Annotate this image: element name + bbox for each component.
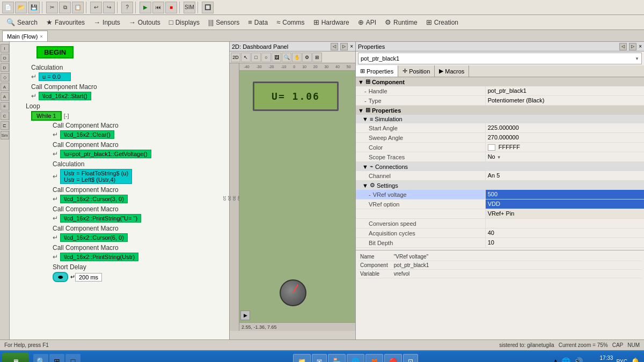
menu-api[interactable]: ⊕ API <box>354 17 380 27</box>
tool-zoom-btn[interactable]: 🔍 <box>282 53 291 62</box>
menu-displays[interactable]: □ Displays <box>165 17 204 27</box>
menu-comms[interactable]: ≈ Comms <box>272 17 309 27</box>
panel-2d-canvas[interactable]: U= 1.06 ▶ <box>239 71 355 322</box>
macro7-block[interactable]: ↵ \lcd_16x2::PrintString(Ustr) <box>53 253 225 261</box>
panel-nav-left[interactable]: ◁ <box>331 43 338 50</box>
macro5-block[interactable]: ↵ \lcd_16x2::PrintString("U= ") <box>53 214 225 223</box>
props-row-vref-pin[interactable]: VRef+ Pin <box>356 209 644 219</box>
new-button[interactable]: 📄 <box>2 2 14 13</box>
run-back-button[interactable]: ⏮ <box>152 2 164 13</box>
sidebar-btn-a[interactable]: A <box>1 83 9 91</box>
menu-search[interactable]: 🔍 Search <box>2 17 42 27</box>
menu-creation-label: Creation <box>434 19 458 26</box>
stop-button[interactable]: ■ <box>165 2 177 13</box>
sim-panel-btn[interactable]: ▶ <box>240 311 250 320</box>
taskbar-app-edge[interactable]: 🌐 <box>347 354 364 362</box>
undo-button[interactable]: ↩ <box>90 2 102 13</box>
run-button[interactable]: ▶ <box>140 2 151 13</box>
menu-hardware[interactable]: ⊞ Hardware <box>309 17 354 27</box>
vref-option-value[interactable]: VDD <box>486 200 644 209</box>
calc2-block[interactable]: ↵ Ustr = FloatToString$ (u) Ustr = Left$… <box>53 169 225 184</box>
props-component-selector[interactable]: pot_ptr_black1 ▼ <box>358 53 642 64</box>
start-button[interactable]: ⊞ <box>2 353 29 362</box>
sidebar-btn-3[interactable]: ≡ <box>1 102 9 110</box>
props-close[interactable]: × <box>639 43 642 49</box>
macro2-block[interactable]: ↵ \lcd_16x2::Clear() <box>53 130 225 139</box>
tool-hand-btn[interactable]: ✋ <box>292 53 302 62</box>
macro6-block[interactable]: ↵ \lcd_16x2::Cursor(6, 0) <box>53 233 225 242</box>
panel-nav-right[interactable]: ▷ <box>340 43 348 50</box>
taskbar-app-mail[interactable]: ✉ <box>312 354 327 362</box>
tray-volume-icon[interactable]: 🔊 <box>574 357 583 362</box>
menu-outouts[interactable]: → Outouts <box>125 17 165 27</box>
props-nav-left[interactable]: ◁ <box>619 43 627 50</box>
save-button[interactable]: 💾 <box>28 2 40 13</box>
sidebar-btn-diamond[interactable]: ◇ <box>1 73 9 82</box>
props-settings-header[interactable]: ▼ ⚙ Settings <box>356 181 644 190</box>
open-button[interactable]: 📂 <box>15 2 27 13</box>
tool-extra-btn[interactable]: ⊞ <box>312 53 322 62</box>
copy-button[interactable]: ⧉ <box>59 2 71 13</box>
menu-favourites[interactable]: ★ Favourites <box>42 17 89 27</box>
taskbar-app-extra[interactable]: ⊡ <box>403 354 418 362</box>
vref-pin-value[interactable]: VRef+ Pin <box>486 209 644 218</box>
info-row-name: Name "VRef voltage" <box>358 253 642 261</box>
tab-macros[interactable]: ▶ Macros <box>435 65 469 77</box>
tray-chevron-icon[interactable]: ∧ <box>553 357 558 362</box>
props-section-properties-header[interactable]: ▼ ⊞ Properties <box>356 106 644 115</box>
macro3-block[interactable]: ↵ \u=pot_ptr_black1::GetVoltage() <box>53 150 225 158</box>
sidebar-btn-d[interactable]: D <box>1 63 9 72</box>
tool-img-btn[interactable]: 🖼 <box>272 53 281 62</box>
tab-properties[interactable]: ⊞ Properties <box>356 65 398 77</box>
menu-creation[interactable]: ⊞ Creation <box>422 17 463 27</box>
taskbar-app-opera[interactable]: 🔴 <box>384 354 402 362</box>
props-simulation-header[interactable]: ▼ ≡ Simulation <box>356 115 644 123</box>
help-button[interactable]: ? <box>121 2 133 13</box>
macro4-block[interactable]: ↵ \lcd_16x2::Cursor(3, 0) <box>53 195 225 203</box>
type-value: Potentiometer (Black) <box>486 96 644 105</box>
menu-runtime[interactable]: ⚙ Runtime <box>380 17 422 27</box>
taskbar-search-icon[interactable]: 🔍 <box>33 354 48 362</box>
cut-button[interactable]: ✂ <box>46 2 58 13</box>
tool-arrow-btn[interactable]: ↖ <box>241 53 251 62</box>
props-row-vref-option[interactable]: VRef option VDD <box>356 200 644 209</box>
tray-network-icon[interactable]: 🌐 <box>561 357 570 362</box>
tab-close-button[interactable]: × <box>40 34 42 39</box>
sim-button[interactable]: SIM <box>184 2 195 13</box>
tab-position[interactable]: ✛ Position <box>398 65 435 77</box>
tool-settings-btn[interactable]: ⚙ <box>302 53 312 62</box>
menu-data[interactable]: ≡ Data <box>244 17 272 27</box>
tray-notification-icon[interactable]: 🔔 <box>631 357 640 362</box>
menu-sensors[interactable]: ||| Sensors <box>204 17 244 27</box>
sidebar-btn-o[interactable]: O <box>1 54 9 62</box>
tool-2d-btn[interactable]: 2D <box>231 53 240 62</box>
sidebar-btn-a2[interactable]: A <box>1 92 9 101</box>
vref-voltage-value[interactable]: 500 <box>486 190 644 199</box>
chip-button[interactable]: 🔲 <box>202 2 214 13</box>
taskbar-taskview-icon[interactable]: ⊞ <box>49 354 64 362</box>
taskbar-app-firefox[interactable]: 🦊 <box>365 354 383 362</box>
sidebar-btn-i[interactable]: I <box>1 44 9 53</box>
taskbar-widgets-icon[interactable]: □ <box>65 354 80 362</box>
redo-button[interactable]: ↪ <box>103 2 115 13</box>
tray-datetime[interactable]: 17:33 23.11.2021 <box>586 354 613 362</box>
taskbar-app-store[interactable]: 🏪 <box>328 354 346 362</box>
props-connections-header[interactable]: ▼ ⌁ Connections <box>356 162 644 171</box>
menu-inputs[interactable]: → Inputs <box>89 17 125 27</box>
calc1-block[interactable]: ↵ u = 0.0 <box>31 72 225 81</box>
macro1-block[interactable]: ↵ \lcd_16x2::Start() <box>31 92 225 100</box>
props-section-component-header[interactable]: ▼ ⊞ Component <box>356 77 644 86</box>
sidebar-btn-sm[interactable]: Sm <box>1 131 9 139</box>
tool-rect-btn[interactable]: □ <box>251 53 261 62</box>
props-nav-right[interactable]: ▷ <box>629 43 636 50</box>
props-row-vref-voltage[interactable]: - VRef voltage 500 <box>356 190 644 200</box>
sidebar-btn-c[interactable]: C <box>1 112 9 120</box>
tool-circle-btn[interactable]: ○ <box>261 53 271 62</box>
paste-button[interactable]: 📋 <box>72 2 84 13</box>
while-block[interactable]: While 1 [-] <box>31 111 225 121</box>
sidebar-btn-br[interactable]: ⊏ <box>1 121 9 130</box>
potentiometer[interactable] <box>280 279 306 306</box>
tab-main-flow[interactable]: Main (Flow) × <box>2 31 48 41</box>
panel-2d-close[interactable]: × <box>350 43 353 49</box>
taskbar-app-explorer[interactable]: 📁 <box>293 354 311 362</box>
